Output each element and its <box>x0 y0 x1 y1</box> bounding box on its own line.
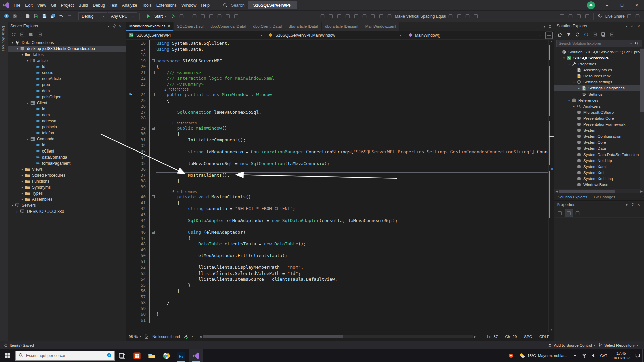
list-view-button[interactable] <box>567 12 574 20</box>
new-project-button[interactable] <box>24 12 32 20</box>
code-line[interactable]: 36 <box>126 166 548 172</box>
code-line[interactable]: 18 <box>126 52 548 58</box>
spacing-horizontal-button[interactable] <box>377 12 385 20</box>
scroll-right-icon[interactable]: ▶ <box>473 335 478 338</box>
code-line[interactable]: 27 SqlConnection laMevaConnexioSql; <box>126 109 548 115</box>
ruler-button[interactable] <box>472 12 480 20</box>
server-tree-item[interactable]: paisOrigen <box>8 94 126 100</box>
tab-mainwindow-xaml[interactable]: MainWindow.xaml <box>362 22 400 31</box>
tray-expand-icon[interactable] <box>570 349 580 362</box>
pin-icon[interactable] <box>630 202 636 208</box>
tab-dbo-comanda-data-[interactable]: dbo.Comanda [Data] <box>207 22 250 31</box>
properties-tool-button[interactable] <box>608 31 616 38</box>
solution-tree-item[interactable]: ▾Settings.settings <box>554 79 644 85</box>
start-button[interactable] <box>0 349 15 362</box>
code-line[interactable]: 19–namespace S16SQLServerWPF <box>126 58 548 64</box>
network-icon[interactable] <box>580 349 589 362</box>
code-cleanup-icon[interactable] <box>183 334 189 339</box>
server-tree-item[interactable]: Id <box>8 142 126 148</box>
solution-vertical-scrollbar[interactable] <box>640 48 644 189</box>
align-bottoms-button[interactable] <box>361 12 368 20</box>
server-tree-item[interactable]: preu <box>8 82 126 88</box>
code-line[interactable]: 48 DataTable clientsTaula = new DataTabl… <box>126 241 548 247</box>
search-highlight-icon[interactable] <box>107 353 112 359</box>
stop-refresh-button[interactable] <box>18 31 26 38</box>
code-line[interactable]: 22 /// Interaction logic for MainWindow.… <box>126 75 548 81</box>
outlining-margin[interactable]: – <box>150 195 156 198</box>
add-item-button[interactable] <box>32 12 40 20</box>
server-tree-item[interactable]: ▾Client <box>8 100 126 106</box>
code-editor[interactable]: 16using System.Data.SqlClient;17using Sy… <box>126 40 548 332</box>
zoom-tool-button[interactable] <box>447 12 454 20</box>
spaces-indicator[interactable]: SPC <box>524 335 532 339</box>
server-tree-item[interactable]: ▾Tables <box>8 52 126 58</box>
solution-tree-item[interactable]: ▸C#Settings.Designer.cs <box>554 85 644 91</box>
collapse-all-button[interactable] <box>600 31 607 38</box>
server-tree-item[interactable]: nomArticle <box>8 76 126 82</box>
collapse-box-icon[interactable]: – <box>152 127 155 130</box>
menu-window[interactable]: Window <box>179 2 199 9</box>
collapse-box-icon[interactable]: – <box>152 71 155 74</box>
step-into-button[interactable] <box>224 12 232 20</box>
solution-tree-item[interactable]: ▸Analyzers <box>554 103 644 109</box>
chevron-right-icon[interactable]: ▸ <box>20 198 25 201</box>
menu-file[interactable]: File <box>11 2 23 9</box>
chevron-down-icon[interactable]: ▾ <box>10 204 15 207</box>
background-tasks-icon[interactable] <box>3 343 8 348</box>
chevron-right-icon[interactable]: ▸ <box>572 105 576 108</box>
code-line[interactable]: 43 <box>126 212 548 218</box>
close-tab-icon[interactable]: × <box>168 24 170 28</box>
chevron-right-icon[interactable]: ▸ <box>20 186 25 189</box>
solution-tree-item[interactable]: PresentationCore <box>554 115 644 121</box>
menu-test[interactable]: Test <box>107 2 120 9</box>
chevron-down-icon[interactable]: ▾ <box>561 57 566 60</box>
codelens-references[interactable]: 2 references <box>156 87 189 91</box>
server-tree-item[interactable]: ▸Synonyms <box>8 184 126 190</box>
solution-search-box[interactable]: ▾ <box>556 40 642 47</box>
solution-tree-item[interactable]: System.Data <box>554 145 644 152</box>
code-line[interactable]: 37 MostraClients(); <box>126 172 548 178</box>
code-line[interactable]: 21– /// <summary> <box>126 70 548 76</box>
code-line[interactable]: 41 { <box>126 200 548 206</box>
close-icon[interactable]: ✕ <box>636 202 642 208</box>
code-line[interactable]: 32 <box>126 143 548 149</box>
word-wrap-button[interactable] <box>575 12 583 20</box>
chevron-down-icon[interactable]: ▾ <box>20 53 25 56</box>
collapse-box-icon[interactable]: – <box>152 231 155 234</box>
menu-project[interactable]: Project <box>59 2 76 9</box>
menu-edit[interactable]: Edit <box>23 2 35 9</box>
start-debugging-button[interactable]: Start▾ <box>142 12 169 20</box>
visual-studio-taskbar-icon[interactable] <box>189 349 203 362</box>
collapse-box-icon[interactable]: – <box>152 195 155 198</box>
menu-tools[interactable]: Tools <box>140 2 154 9</box>
scroll-left-icon[interactable]: ◀ <box>554 190 559 193</box>
solution-tree-item[interactable]: System.Data.DataSetExtension <box>554 152 644 158</box>
server-tree-item[interactable]: poblacio <box>8 124 126 130</box>
code-line[interactable]: 47 { <box>126 235 548 241</box>
step-over-button[interactable] <box>216 12 223 20</box>
chevron-right-icon[interactable]: ▸ <box>20 192 25 195</box>
nav-forward-button[interactable] <box>11 12 19 20</box>
window-menu-icon[interactable]: ▾ <box>624 23 630 29</box>
server-tree-item[interactable]: data <box>8 88 126 94</box>
code-line[interactable]: 55 } <box>126 282 548 288</box>
language-indicator[interactable]: CAT <box>598 349 609 362</box>
outlining-margin[interactable]: – <box>150 71 156 74</box>
solution-search-input[interactable] <box>559 41 628 45</box>
chevron-down-icon[interactable]: ▾ <box>10 41 15 44</box>
code-line[interactable]: 59 <box>126 306 548 312</box>
tool-tab-solution-explorer[interactable]: Solution Explorer <box>554 193 591 200</box>
solution-tree-item[interactable]: Microsoft.CSharp <box>554 109 644 115</box>
run-outline-button[interactable] <box>169 12 177 20</box>
line-ending-indicator[interactable]: CRLF <box>539 335 549 339</box>
chevron-down-icon[interactable]: ▾ <box>567 99 571 102</box>
outlining-margin[interactable]: – <box>150 127 156 130</box>
solution-tree-item[interactable]: C#AssemblyInfo.cs <box>554 67 644 73</box>
live-share-button[interactable]: Live Share <box>596 12 625 20</box>
server-tree-item[interactable]: ▾Servers <box>8 202 126 208</box>
tab-sqlquery1-sql[interactable]: SQLQuery1.sql <box>174 22 207 31</box>
task-view-taskbar-icon[interactable] <box>115 349 129 362</box>
code-line[interactable]: 25 { <box>126 98 548 104</box>
code-line[interactable]: 35 laMevaConnexioSql = new SqlConnection… <box>126 161 548 167</box>
tab-data-sources[interactable]: Data Sources <box>2 26 6 52</box>
